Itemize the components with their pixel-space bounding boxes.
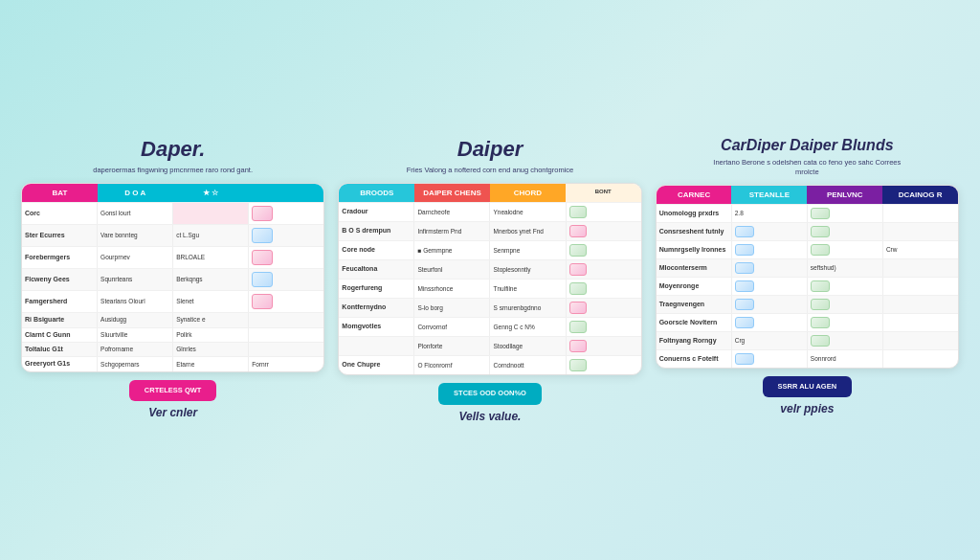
table-cell: Pollrk	[173, 328, 249, 342]
table-cell	[249, 328, 323, 342]
table-cell: 2.8	[732, 205, 808, 222]
table-cell: Gonsl lourt	[98, 203, 173, 224]
table-cell: Ynealodne	[490, 203, 566, 221]
table-row: FamgersherdStearlans OlourlSlenet	[22, 290, 323, 312]
table-row: RogerfurengMinssrhonceTnulfilne	[339, 279, 640, 298]
table-cell: Foltnyang Rorngy	[657, 332, 732, 349]
panel-3-col-1: CARNEC	[657, 186, 732, 204]
table-cell: Consrseshent futnly	[657, 223, 732, 240]
table-cell	[883, 314, 958, 331]
table-cell: Ausidugg	[98, 313, 173, 326]
table-row: FeucaltonaSteurfonlStoplesonntly	[339, 259, 640, 279]
table-cell: Numnrgselly Ironnes	[657, 241, 732, 258]
table-row: Numnrgselly IronnesCrw	[657, 240, 958, 258]
table-row: Core node■ GemmpneSenmpne	[339, 240, 640, 259]
table-row: MomgvotlesCorrvornofGenng C c N%	[339, 317, 640, 336]
table-cell	[339, 337, 414, 355]
table-cell	[883, 332, 958, 349]
table-cell: ct L.Sgu	[173, 225, 249, 246]
table-cell: Glnrles	[173, 343, 249, 356]
panel-3-col-4: DCAINOG R	[882, 186, 958, 204]
table-cell: Synatice e	[173, 313, 249, 326]
table-cell: Infirmsterm Pnd	[414, 222, 490, 240]
table-cell: Famgersherd	[22, 291, 98, 312]
table-cell: Plonforte	[414, 337, 490, 355]
table-cell	[883, 350, 958, 368]
table-cell	[883, 259, 958, 277]
panel-2-bottom: Vells value.	[459, 410, 522, 423]
panel-2-title: Daiper	[457, 137, 523, 162]
table-cell: ■ Gemmpne	[414, 241, 490, 259]
table-cell: Crw	[883, 241, 958, 258]
table-cell	[567, 356, 641, 374]
panel-3-rows: Unomologg prxdrs2.8Consrseshent futnlyNu…	[657, 204, 958, 368]
table-cell: Sonnrord	[808, 350, 883, 368]
table-cell	[567, 337, 641, 355]
table-cell	[808, 223, 883, 240]
table-cell: BRLOALE	[173, 247, 249, 268]
table-cell: Schgopernars	[98, 357, 173, 370]
table-cell: Minssrhonce	[414, 280, 490, 298]
panel-2-col-3: Chord	[490, 184, 566, 202]
panel-3-col-2: STEANLLE	[731, 186, 807, 204]
panel-3-table: CARNEC STEANLLE PENLVNC DCAINOG R Unomol…	[656, 185, 959, 369]
panel-2-rows: CradourDarncheofeYnealodneB O S drempunI…	[339, 202, 640, 374]
table-cell	[808, 296, 883, 313]
table-cell	[883, 205, 958, 222]
table-cell: Feucaltona	[339, 260, 414, 279]
table-row: Clarnt C GunnSluurtvlllePollrk	[22, 327, 323, 342]
table-cell	[173, 203, 249, 224]
table-row: B O S drempunInfirmsterm PndMnerbos ynet…	[339, 221, 640, 240]
table-cell: Stoodllage	[490, 337, 566, 355]
panel-2-subtitle: Fries Valong a noftered corn end anug ch…	[407, 166, 574, 175]
panel-1: Daper. daperoermas fingwning pmcnrmee ra…	[21, 137, 324, 419]
main-layout: Daper. daperoermas fingwning pmcnrmee ra…	[21, 137, 959, 422]
table-cell	[249, 247, 323, 268]
table-row: Foltnyang RorngyCrg	[657, 331, 958, 349]
table-row: PlonforteStoodllage	[339, 336, 640, 355]
table-row: Traegnvengen	[657, 295, 958, 313]
table-row: Ster EcurresVare bonntegct L.Sgu	[22, 224, 323, 246]
panel-2: Daiper Fries Valong a noftered corn end …	[338, 137, 641, 422]
table-row: Unomologg prxdrs2.8	[657, 204, 958, 222]
table-cell	[808, 278, 883, 295]
table-cell	[883, 296, 958, 313]
table-cell	[567, 280, 641, 298]
table-row: Ri BsiguarteAusiduggSynatice e	[22, 312, 323, 326]
table-cell	[732, 223, 808, 240]
table-cell: Unomologg prxdrs	[657, 205, 732, 222]
panel-1-col-3: ★ ☆	[173, 184, 249, 202]
panel-3-badge: SSRR ALU AGEN	[763, 376, 853, 398]
table-row: Goorscle Novltern	[657, 313, 958, 331]
panel-2-col-4: Bont	[566, 184, 641, 202]
table-cell	[808, 205, 883, 222]
table-cell: Berkqngs	[173, 269, 249, 290]
table-cell: S srnurenbgdnno	[490, 299, 566, 317]
table-cell	[883, 223, 958, 240]
table-cell: Stoplesonntly	[490, 260, 566, 279]
panel-3: CarDiper Daiper Blunds Inertano Berone s…	[656, 137, 959, 415]
table-cell: Greeryort G1s	[22, 357, 98, 370]
table-cell	[249, 269, 323, 290]
table-row: Consrseshent futnly	[657, 222, 958, 240]
table-row: Mlocontersermseftshud)	[657, 258, 958, 277]
table-cell: Ri Bsiguarte	[22, 313, 98, 326]
panel-2-badge: STCES OOD OON%O	[438, 383, 542, 405]
table-cell: Etarne	[173, 357, 249, 370]
table-cell: Mnerbos ynet Fnd	[490, 222, 566, 240]
table-cell: Flcweny Gees	[22, 269, 98, 290]
table-row: Greeryort G1sSchgopernarsEtarneFornrr	[22, 356, 323, 370]
panel-1-subtitle: daperoermas fingwning pmcnrmee raro rond…	[93, 166, 253, 175]
panel-3-col-3: PENLVNC	[807, 186, 882, 204]
table-cell: Squnrteans	[98, 269, 173, 290]
table-cell	[808, 332, 883, 349]
table-cell: Tnulfilne	[490, 280, 566, 298]
table-row: CradourDarncheofeYnealodne	[339, 202, 640, 221]
table-cell: Stearlans Olourl	[98, 291, 173, 312]
table-cell: Mloconterserm	[657, 259, 732, 277]
table-cell	[567, 203, 641, 221]
panel-2-header: Broods Daiper Chens Chord Bont	[339, 184, 640, 202]
table-cell: Momgvotles	[339, 318, 414, 336]
table-row: Flcweny GeesSqunrteansBerkqngs	[22, 268, 323, 290]
table-cell: Clarnt C Gunn	[22, 328, 98, 342]
